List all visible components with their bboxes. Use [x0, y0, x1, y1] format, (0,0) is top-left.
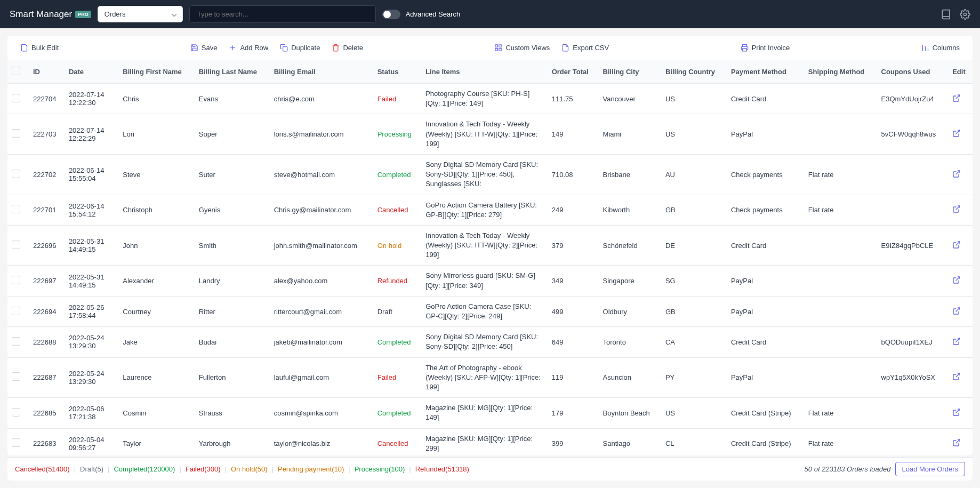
cell-country: PY: [661, 357, 727, 398]
select-all-checkbox[interactable]: [12, 67, 20, 75]
orders-table-wrap[interactable]: IDDateBilling First NameBilling Last Nam…: [7, 60, 973, 455]
gear-icon[interactable]: [960, 9, 970, 20]
edit-link-icon[interactable]: [952, 309, 961, 317]
col-header[interactable]: Order Total: [548, 60, 599, 84]
cell-items: Sony Digital SD Memory Card [SKU: Sony-S…: [421, 154, 548, 195]
cell-city: Santiago: [599, 428, 661, 455]
edit-link-icon[interactable]: [952, 441, 961, 449]
col-header[interactable]: Billing Country: [661, 60, 727, 84]
table-row[interactable]: 222687 2022-05-24 13:29:30 Laurence Full…: [7, 357, 973, 398]
row-checkbox[interactable]: [12, 276, 20, 284]
cell-total: 710.08: [548, 154, 599, 195]
table-row[interactable]: 222701 2022-06-14 15:54:12 Christoph Gye…: [7, 195, 973, 225]
cell-shipping: [804, 225, 877, 266]
cell-country: AU: [661, 154, 727, 195]
col-header[interactable]: Billing Email: [270, 60, 373, 84]
cell-items: Magazine [SKU: MG][Qty: 1][Price: 299]: [421, 428, 548, 455]
col-header[interactable]: Coupons Used: [877, 60, 949, 84]
columns-button[interactable]: Columns: [917, 41, 964, 54]
cell-payment: PayPal: [727, 357, 804, 398]
edit-link-icon[interactable]: [952, 339, 961, 347]
cell-country: CL: [661, 428, 727, 455]
duplicate-button[interactable]: Duplicate: [276, 41, 324, 54]
print-invoice-button[interactable]: Print Invoice: [736, 41, 794, 54]
cell-items: Magazine [SKU: MG][Qty: 1][Price: 149]: [421, 398, 548, 428]
export-csv-button[interactable]: Export CSV: [557, 41, 613, 54]
delete-button[interactable]: Delete: [327, 41, 367, 54]
bulk-edit-button[interactable]: Bulk Edit: [16, 41, 63, 54]
load-more-button[interactable]: Load More Orders: [895, 462, 966, 463]
cell-firstname: Courtney: [118, 296, 195, 326]
table-row[interactable]: 222702 2022-06-14 15:55:04 Steve Suter s…: [7, 154, 973, 195]
cell-total: 349: [548, 266, 599, 296]
row-checkbox[interactable]: [12, 94, 20, 102]
edit-link-icon[interactable]: [952, 172, 961, 180]
col-header[interactable]: Date: [65, 60, 118, 84]
row-checkbox[interactable]: [12, 205, 20, 213]
cell-payment: Credit Card: [727, 327, 804, 357]
cell-lastname: Soper: [195, 114, 270, 155]
cell-firstname: Taylor: [118, 428, 195, 455]
table-row[interactable]: 222688 2022-05-24 13:29:30 Jake Budai ja…: [7, 327, 973, 357]
col-header[interactable]: Line Items: [421, 60, 548, 84]
dashboard-select[interactable]: Orders: [98, 6, 183, 22]
row-checkbox[interactable]: [12, 170, 20, 178]
cell-shipping: [804, 84, 877, 114]
table-row[interactable]: 222704 2022-07-14 12:22:30 Chris Evans c…: [7, 84, 973, 114]
row-checkbox[interactable]: [12, 307, 20, 315]
row-checkbox[interactable]: [12, 372, 20, 381]
cell-date: 2022-07-14 12:22:30: [65, 84, 118, 114]
row-checkbox[interactable]: [12, 408, 20, 417]
table-row[interactable]: 222703 2022-07-14 12:22:29 Lori Soper lo…: [7, 114, 973, 155]
edit-link-icon[interactable]: [952, 243, 961, 251]
row-checkbox[interactable]: [12, 438, 20, 447]
cell-total: 119: [548, 357, 599, 398]
table-row[interactable]: 222694 2022-05-26 17:58:44 Courtney Ritt…: [7, 296, 973, 326]
cell-coupon: wpY1q5X0kYoSX: [877, 357, 949, 398]
cell-items: Sony Mirrorless guard [SKU: SM-G][Qty: 1…: [421, 266, 548, 296]
col-header[interactable]: ID: [29, 60, 65, 84]
search-input[interactable]: [189, 5, 376, 23]
cell-date: 2022-05-26 17:58:44: [65, 296, 118, 326]
cell-coupon: [877, 154, 949, 195]
cell-items: The Art of Photography - ebook (Weekly) …: [421, 357, 548, 398]
col-header[interactable]: Shipping Method: [804, 60, 877, 84]
row-checkbox[interactable]: [12, 337, 20, 346]
docs-icon[interactable]: [941, 9, 951, 20]
row-checkbox[interactable]: [12, 241, 20, 249]
cell-firstname: Christoph: [118, 195, 195, 225]
table-row[interactable]: 222696 2022-05-31 14:49:15 John Smith jo…: [7, 225, 973, 266]
edit-link-icon[interactable]: [952, 96, 961, 104]
cell-coupon: [877, 398, 949, 428]
cell-country: CA: [661, 327, 727, 357]
cell-date: 2022-05-06 17:21:38: [65, 398, 118, 428]
edit-link-icon[interactable]: [952, 374, 961, 382]
svg-rect-2: [495, 45, 497, 47]
table-row[interactable]: 222683 2022-05-04 09:56:27 Taylor Yarbro…: [7, 428, 973, 455]
col-header[interactable]: Billing City: [599, 60, 661, 84]
cell-id: 222694: [29, 296, 65, 326]
table-row[interactable]: 222697 2022-05-31 14:49:15 Alexander Lan…: [7, 266, 973, 296]
col-header[interactable]: Billing Last Name: [195, 60, 270, 84]
edit-link-icon[interactable]: [952, 278, 961, 286]
cell-lastname: Gyenis: [195, 195, 270, 225]
table-row[interactable]: 222685 2022-05-06 17:21:38 Cosmin Straus…: [7, 398, 973, 428]
row-checkbox[interactable]: [12, 129, 20, 138]
edit-link-icon[interactable]: [952, 131, 961, 139]
col-header[interactable]: Status: [373, 60, 421, 84]
cell-date: 2022-07-14 12:22:29: [65, 114, 118, 155]
cell-firstname: John: [118, 225, 195, 266]
advanced-search-toggle[interactable]: [382, 10, 400, 19]
col-header[interactable]: Edit: [948, 60, 973, 84]
cell-shipping: [804, 296, 877, 326]
edit-link-icon[interactable]: [952, 410, 961, 418]
add-row-button[interactable]: Add Row: [224, 41, 272, 54]
cell-city: Brisbane: [599, 154, 661, 195]
custom-views-button[interactable]: Custom Views: [490, 41, 554, 54]
col-header[interactable]: Billing First Name: [118, 60, 195, 84]
save-button[interactable]: Save: [186, 41, 222, 54]
edit-link-icon[interactable]: [952, 207, 961, 215]
cell-id: 222701: [29, 195, 65, 225]
cell-country: DE: [661, 225, 727, 266]
col-header[interactable]: Payment Method: [727, 60, 804, 84]
